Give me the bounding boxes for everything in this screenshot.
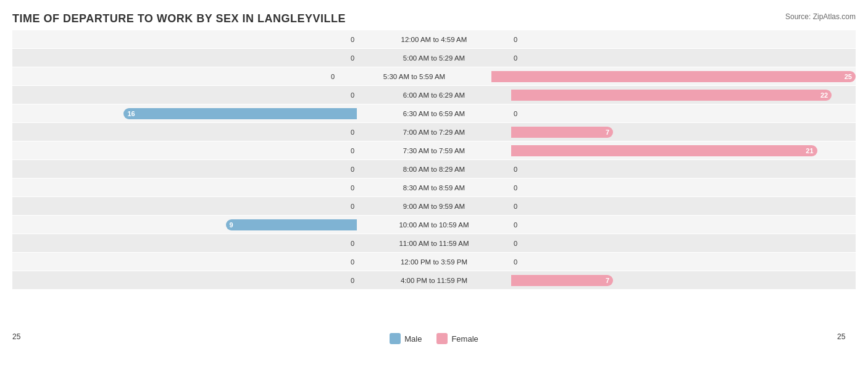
female-zero: 0	[514, 240, 517, 247]
time-label: 9:00 AM to 9:59 AM	[357, 203, 511, 210]
time-label: 10:00 AM to 10:59 AM	[357, 221, 511, 229]
male-bar: 16	[123, 108, 357, 119]
chart-row: 05:00 AM to 5:29 AM0	[12, 49, 856, 67]
chart-row: 09:00 AM to 9:59 AM0	[12, 197, 856, 215]
right-bar-area: 0	[511, 216, 856, 234]
right-bar-area: 0	[511, 197, 856, 215]
chart-row: 06:00 AM to 6:29 AM22	[12, 86, 856, 104]
time-label: 7:00 AM to 7:29 AM	[357, 129, 511, 136]
male-zero: 0	[331, 73, 335, 80]
male-zero: 0	[351, 277, 354, 284]
female-value: 25	[845, 73, 852, 80]
female-value: 22	[820, 91, 828, 99]
right-bar-area: 0	[511, 30, 856, 48]
male-swatch	[390, 333, 401, 344]
right-bar-area: 0	[511, 104, 856, 122]
left-bar-area: 0	[12, 123, 357, 141]
right-bar-area: 0	[511, 179, 856, 196]
male-zero: 0	[351, 258, 354, 266]
chart-row: 08:00 AM to 8:29 AM0	[12, 160, 856, 178]
chart-area: 012:00 AM to 4:59 AM005:00 AM to 5:29 AM…	[12, 30, 856, 327]
female-bar: 25	[491, 71, 856, 82]
male-zero: 0	[351, 203, 354, 210]
left-bar-area: 0	[12, 271, 357, 289]
left-bar-area: 0	[12, 179, 357, 196]
left-bar-area: 16	[12, 104, 357, 122]
male-zero: 0	[351, 36, 354, 43]
female-bar: 7	[511, 127, 613, 138]
time-label: 11:00 AM to 11:59 AM	[357, 240, 511, 247]
male-zero: 0	[351, 240, 354, 247]
right-bar-area: 21	[511, 141, 856, 159]
chart-row: 011:00 AM to 11:59 AM0	[12, 234, 856, 252]
time-label: 4:00 PM to 11:59 PM	[357, 277, 511, 284]
time-label: 7:30 AM to 7:59 AM	[357, 147, 511, 154]
axis-left: 25	[12, 332, 31, 341]
female-label: Female	[451, 334, 478, 344]
time-label: 12:00 AM to 4:59 AM	[357, 36, 511, 43]
legend-male: Male	[390, 333, 422, 344]
left-bar-area: 0	[12, 253, 357, 271]
right-bar-area: 22	[511, 86, 856, 104]
left-bar-area: 0	[12, 67, 337, 85]
female-zero: 0	[514, 258, 517, 266]
left-bar-area: 0	[12, 30, 357, 48]
right-bar-area: 0	[511, 49, 856, 67]
female-zero: 0	[514, 166, 517, 173]
female-bar: 22	[511, 90, 832, 101]
chart-row: 04:00 PM to 11:59 PM7	[12, 271, 856, 289]
female-value: 7	[606, 277, 609, 284]
right-bar-area: 7	[511, 123, 856, 141]
bottom-row: 25 Male Female 25	[12, 329, 856, 344]
female-swatch	[436, 333, 448, 344]
left-bar-area: 0	[12, 234, 357, 252]
chart-row: 05:30 AM to 5:59 AM25	[12, 67, 856, 85]
right-bar-area: 0	[511, 234, 856, 252]
female-bar: 7	[511, 275, 613, 286]
female-zero: 0	[514, 110, 517, 117]
chart-row: 910:00 AM to 10:59 AM0	[12, 216, 856, 234]
male-zero: 0	[351, 91, 354, 99]
chart-row: 07:30 AM to 7:59 AM21	[12, 141, 856, 159]
left-bar-area: 0	[12, 197, 357, 215]
right-bar-area: 0	[511, 160, 856, 178]
chart-row: 012:00 PM to 3:59 PM0	[12, 253, 856, 271]
female-zero: 0	[514, 203, 517, 210]
male-zero: 0	[351, 54, 354, 62]
left-bar-area: 0	[12, 160, 357, 178]
left-bar-area: 0	[12, 141, 357, 159]
time-label: 12:00 PM to 3:59 PM	[357, 258, 511, 266]
time-label: 5:30 AM to 5:59 AM	[337, 73, 491, 80]
axis-right: 25	[837, 332, 856, 341]
left-bar-area: 0	[12, 49, 357, 67]
time-label: 6:00 AM to 6:29 AM	[357, 91, 511, 99]
chart-title: TIME OF DEPARTURE TO WORK BY SEX IN LANG…	[12, 12, 856, 25]
chart-container: TIME OF DEPARTURE TO WORK BY SEX IN LANG…	[0, 0, 868, 367]
legend-female: Female	[436, 333, 478, 344]
time-label: 5:00 AM to 5:29 AM	[357, 54, 511, 62]
male-zero: 0	[351, 147, 354, 154]
female-value: 21	[806, 147, 813, 154]
left-bar-area: 0	[12, 86, 357, 104]
right-bar-area: 25	[491, 67, 856, 85]
chart-row: 166:30 AM to 6:59 AM0	[12, 104, 856, 122]
male-value: 9	[230, 221, 233, 229]
source-label: Source: ZipAtlas.com	[785, 12, 856, 21]
time-label: 6:30 AM to 6:59 AM	[357, 110, 511, 117]
female-value: 7	[606, 129, 609, 136]
male-zero: 0	[351, 184, 354, 192]
female-zero: 0	[514, 54, 517, 62]
female-zero: 0	[514, 221, 517, 229]
male-zero: 0	[351, 166, 354, 173]
right-bar-area: 7	[511, 271, 856, 289]
chart-row: 07:00 AM to 7:29 AM7	[12, 123, 856, 141]
time-label: 8:00 AM to 8:29 AM	[357, 166, 511, 173]
time-label: 8:30 AM to 8:59 AM	[357, 184, 511, 192]
female-zero: 0	[514, 36, 517, 43]
chart-row: 08:30 AM to 8:59 AM0	[12, 179, 856, 196]
female-bar: 21	[511, 145, 817, 156]
female-zero: 0	[514, 184, 517, 192]
male-value: 16	[127, 110, 135, 117]
chart-row: 012:00 AM to 4:59 AM0	[12, 30, 856, 48]
legend: Male Female	[390, 333, 478, 344]
